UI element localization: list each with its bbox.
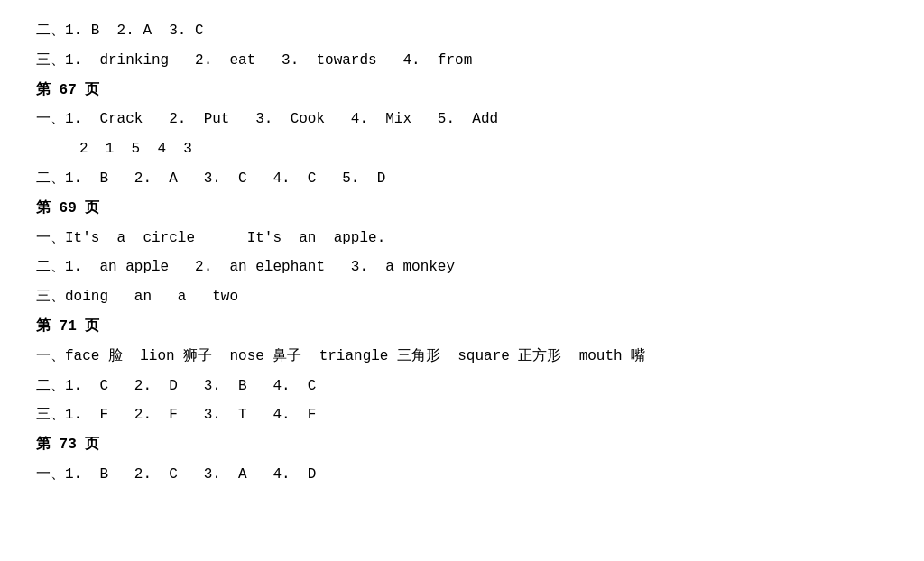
text-line-line15: 第 73 页 (36, 432, 848, 458)
text-line-line2: 三、1. drinking 2. eat 3. towards 4. from (36, 48, 848, 74)
text-line-line4: 一、1. Crack 2. Put 3. Cook 4. Mix 5. Add (36, 106, 848, 133)
text-line-line14: 三、1. F 2. F 3. T 4. F (36, 402, 848, 428)
main-content: 二、1. B 2. A 3. C三、1. drinking 2. eat 3. … (36, 18, 848, 488)
text-line-line12: 一、face 脸 lion 狮子 nose 鼻子 triangle 三角形 sq… (36, 344, 848, 370)
text-line-line6: 二、1. B 2. A 3. C 4. C 5. D (36, 166, 848, 192)
text-line-line5: 2 1 5 4 3 (36, 136, 848, 162)
text-line-line8: 一、It's a circle It's an apple. (36, 225, 848, 252)
text-line-line9: 二、1. an apple 2. an elephant 3. a monkey (36, 254, 848, 280)
text-line-line13: 二、1. C 2. D 3. B 4. C (36, 373, 848, 400)
text-line-line16: 一、1. B 2. C 3. A 4. D (36, 462, 848, 488)
text-line-line7: 第 69 页 (36, 196, 848, 222)
text-line-line3: 第 67 页 (36, 78, 848, 104)
text-line-line1: 二、1. B 2. A 3. C (36, 18, 848, 44)
text-line-line11: 第 71 页 (36, 314, 848, 340)
text-line-line10: 三、doing an a two (36, 284, 848, 310)
